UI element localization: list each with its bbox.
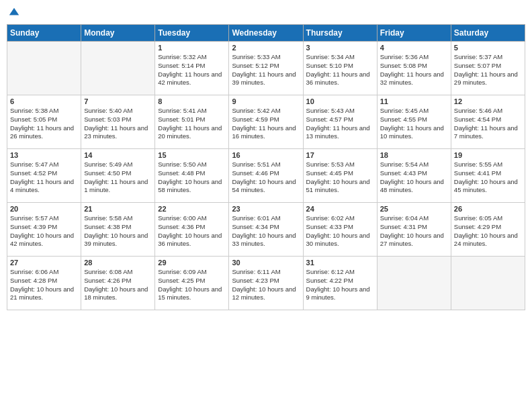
sunrise-text: Sunrise: 5:38 AM	[10, 107, 78, 116]
calendar-cell: 16Sunrise: 5:51 AMSunset: 4:46 PMDayligh…	[229, 149, 303, 203]
daylight-text: Daylight: 10 hours and 33 minutes.	[232, 232, 300, 249]
sunrise-text: Sunrise: 5:49 AM	[84, 161, 152, 169]
sunset-text: Sunset: 5:07 PM	[454, 62, 522, 71]
day-number: 14	[84, 151, 152, 159]
daylight-text: Daylight: 10 hours and 30 minutes.	[306, 232, 374, 249]
calendar-cell: 6Sunrise: 5:38 AMSunset: 5:05 PMDaylight…	[7, 95, 81, 149]
day-number: 13	[10, 151, 78, 159]
calendar-cell: 23Sunrise: 6:01 AMSunset: 4:34 PMDayligh…	[229, 203, 303, 257]
sunrise-text: Sunrise: 5:32 AM	[158, 53, 226, 62]
sunrise-text: Sunrise: 5:34 AM	[306, 53, 374, 62]
sunset-text: Sunset: 4:46 PM	[232, 169, 300, 178]
logo-icon	[8, 7, 20, 19]
calendar-cell: 29Sunrise: 6:09 AMSunset: 4:25 PMDayligh…	[155, 257, 229, 310]
sunset-text: Sunset: 4:57 PM	[306, 116, 374, 124]
calendar-cell: 15Sunrise: 5:50 AMSunset: 4:48 PMDayligh…	[155, 149, 229, 203]
calendar-week-row: 1Sunrise: 5:32 AMSunset: 5:14 PMDaylight…	[7, 42, 525, 95]
daylight-text: Daylight: 10 hours and 51 minutes.	[306, 178, 374, 195]
day-number: 30	[232, 259, 300, 267]
day-number: 15	[158, 151, 226, 159]
calendar-cell: 26Sunrise: 6:05 AMSunset: 4:29 PMDayligh…	[451, 203, 525, 257]
sunrise-text: Sunrise: 6:00 AM	[158, 214, 226, 223]
sunset-text: Sunset: 4:22 PM	[306, 277, 374, 285]
day-number: 22	[158, 205, 226, 213]
sunset-text: Sunset: 4:29 PM	[454, 223, 522, 232]
calendar-cell: 21Sunrise: 5:58 AMSunset: 4:38 PMDayligh…	[81, 203, 155, 257]
day-number: 27	[10, 259, 78, 267]
sunset-text: Sunset: 5:10 PM	[306, 62, 374, 71]
day-number: 28	[84, 259, 152, 267]
sunrise-text: Sunrise: 6:06 AM	[10, 268, 78, 277]
sunset-text: Sunset: 4:31 PM	[380, 223, 448, 232]
sunrise-text: Sunrise: 5:36 AM	[380, 53, 448, 62]
sunset-text: Sunset: 4:52 PM	[10, 169, 78, 178]
sunrise-text: Sunrise: 5:43 AM	[306, 107, 374, 116]
weekday-header: Friday	[377, 25, 451, 42]
day-number: 16	[232, 151, 300, 159]
sunset-text: Sunset: 4:41 PM	[454, 169, 522, 178]
calendar-cell: 5Sunrise: 5:37 AMSunset: 5:07 PMDaylight…	[451, 42, 525, 95]
daylight-text: Daylight: 10 hours and 12 minutes.	[232, 285, 300, 303]
sunrise-text: Sunrise: 6:02 AM	[306, 214, 374, 223]
weekday-header: Saturday	[451, 25, 525, 42]
logo	[7, 7, 20, 19]
daylight-text: Daylight: 11 hours and 32 minutes.	[380, 71, 448, 88]
calendar-cell: 17Sunrise: 5:53 AMSunset: 4:45 PMDayligh…	[303, 149, 377, 203]
sunrise-text: Sunrise: 6:08 AM	[84, 268, 152, 277]
sunrise-text: Sunrise: 6:01 AM	[232, 214, 300, 223]
sunset-text: Sunset: 4:55 PM	[380, 116, 448, 124]
daylight-text: Daylight: 10 hours and 36 minutes.	[158, 232, 226, 249]
calendar-cell	[377, 257, 451, 310]
calendar-cell: 18Sunrise: 5:54 AMSunset: 4:43 PMDayligh…	[377, 149, 451, 203]
daylight-text: Daylight: 10 hours and 18 minutes.	[84, 285, 152, 303]
day-number: 9	[232, 97, 300, 105]
day-number: 5	[454, 44, 522, 52]
calendar-cell: 27Sunrise: 6:06 AMSunset: 4:28 PMDayligh…	[7, 257, 81, 310]
sunset-text: Sunset: 4:59 PM	[232, 116, 300, 124]
sunrise-text: Sunrise: 6:12 AM	[306, 268, 374, 277]
sunset-text: Sunset: 4:38 PM	[84, 223, 152, 232]
sunrise-text: Sunrise: 5:40 AM	[84, 107, 152, 116]
calendar-week-row: 20Sunrise: 5:57 AMSunset: 4:39 PMDayligh…	[7, 203, 525, 257]
daylight-text: Daylight: 11 hours and 16 minutes.	[232, 124, 300, 142]
day-number: 1	[158, 44, 226, 52]
calendar-cell: 22Sunrise: 6:00 AMSunset: 4:36 PMDayligh…	[155, 203, 229, 257]
calendar-cell: 2Sunrise: 5:33 AMSunset: 5:12 PMDaylight…	[229, 42, 303, 95]
day-number: 7	[84, 97, 152, 105]
daylight-text: Daylight: 10 hours and 21 minutes.	[10, 285, 78, 303]
day-number: 23	[232, 205, 300, 213]
calendar-cell: 7Sunrise: 5:40 AMSunset: 5:03 PMDaylight…	[81, 95, 155, 149]
sunrise-text: Sunrise: 5:50 AM	[158, 161, 226, 169]
sunrise-text: Sunrise: 5:41 AM	[158, 107, 226, 116]
day-number: 29	[158, 259, 226, 267]
day-number: 12	[454, 97, 522, 105]
sunset-text: Sunset: 4:23 PM	[232, 277, 300, 285]
sunrise-text: Sunrise: 5:33 AM	[232, 53, 300, 62]
sunset-text: Sunset: 4:39 PM	[10, 223, 78, 232]
daylight-text: Daylight: 10 hours and 39 minutes.	[84, 232, 152, 249]
day-number: 18	[380, 151, 448, 159]
sunrise-text: Sunrise: 5:45 AM	[380, 107, 448, 116]
calendar-cell: 30Sunrise: 6:11 AMSunset: 4:23 PMDayligh…	[229, 257, 303, 310]
sunset-text: Sunset: 4:26 PM	[84, 277, 152, 285]
calendar-cell: 14Sunrise: 5:49 AMSunset: 4:50 PMDayligh…	[81, 149, 155, 203]
sunset-text: Sunset: 4:34 PM	[232, 223, 300, 232]
calendar-cell: 28Sunrise: 6:08 AMSunset: 4:26 PMDayligh…	[81, 257, 155, 310]
daylight-text: Daylight: 11 hours and 7 minutes.	[454, 124, 522, 142]
sunset-text: Sunset: 4:28 PM	[10, 277, 78, 285]
day-number: 3	[306, 44, 374, 52]
day-number: 8	[158, 97, 226, 105]
weekday-header: Thursday	[303, 25, 377, 42]
day-number: 26	[454, 205, 522, 213]
sunset-text: Sunset: 4:54 PM	[454, 116, 522, 124]
day-number: 25	[380, 205, 448, 213]
calendar-header-row: SundayMondayTuesdayWednesdayThursdayFrid…	[7, 25, 525, 42]
sunrise-text: Sunrise: 5:54 AM	[380, 161, 448, 169]
calendar-cell: 13Sunrise: 5:47 AMSunset: 4:52 PMDayligh…	[7, 149, 81, 203]
day-number: 20	[10, 205, 78, 213]
daylight-text: Daylight: 10 hours and 27 minutes.	[380, 232, 448, 249]
day-number: 19	[454, 151, 522, 159]
calendar-cell: 12Sunrise: 5:46 AMSunset: 4:54 PMDayligh…	[451, 95, 525, 149]
calendar-cell: 1Sunrise: 5:32 AMSunset: 5:14 PMDaylight…	[155, 42, 229, 95]
daylight-text: Daylight: 11 hours and 4 minutes.	[10, 178, 78, 195]
